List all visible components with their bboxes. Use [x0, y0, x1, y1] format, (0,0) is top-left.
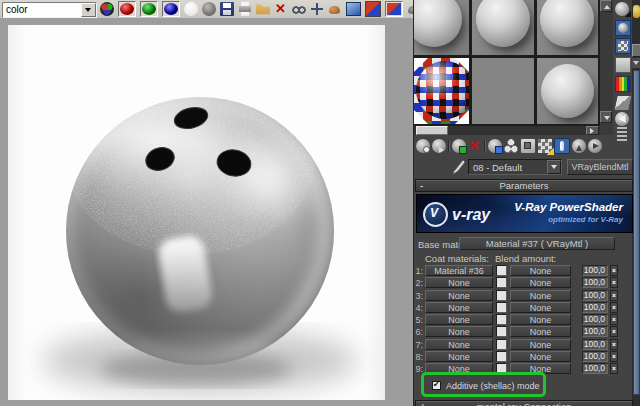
red-channel-icon[interactable]	[118, 1, 136, 17]
reset-material-icon[interactable]	[468, 139, 482, 153]
blend-map-button[interactable]: None	[510, 302, 571, 313]
blend-color-swatch[interactable]	[496, 351, 507, 362]
alpha-channel-icon[interactable]	[184, 2, 198, 16]
coat-material-button[interactable]: None	[425, 290, 493, 301]
parameters-rollout-header[interactable]: - Parameters	[415, 179, 633, 192]
coat-material-button[interactable]: None	[425, 339, 493, 350]
blend-amount-field[interactable]: 100,0	[582, 363, 608, 374]
scroll-down-icon[interactable]	[632, 58, 640, 68]
coat-material-button[interactable]: None	[425, 277, 493, 288]
scroll-up-icon[interactable]	[600, 0, 612, 12]
spinner-control[interactable]	[610, 302, 618, 313]
backlight-icon[interactable]	[615, 20, 631, 36]
make-copy-icon[interactable]	[488, 139, 502, 153]
scroll-down-icon[interactable]	[600, 111, 612, 123]
blend-color-swatch[interactable]	[496, 314, 507, 325]
select-by-material-icon[interactable]	[615, 112, 629, 126]
material-effects-channel-icon[interactable]	[520, 138, 536, 154]
mental-ray-rollout-header[interactable]: + mental ray Connection	[415, 400, 633, 406]
blend-color-swatch[interactable]	[496, 339, 507, 350]
make-preview-icon[interactable]	[613, 95, 632, 111]
go-to-parent-icon[interactable]	[572, 139, 586, 153]
render-teapot-orange-icon[interactable]	[328, 2, 342, 16]
ab-compare-icon[interactable]	[365, 1, 381, 17]
material-type-button[interactable]: VRayBlendMtl	[567, 159, 633, 175]
blend-amount-field[interactable]: 100,0	[582, 314, 608, 325]
scrollbar-button[interactable]	[632, 44, 640, 57]
sample-slot-active[interactable]	[414, 58, 469, 124]
video-color-check-icon[interactable]	[615, 76, 631, 92]
ab-compare-active-icon[interactable]	[385, 1, 403, 17]
blend-amount-field[interactable]: 100,0	[582, 302, 608, 313]
scroll-right-icon[interactable]	[586, 126, 599, 135]
spinner-control[interactable]	[610, 339, 618, 350]
material-map-navigator-icon[interactable]	[617, 127, 627, 141]
channel-dropdown[interactable]: color	[2, 2, 97, 18]
rgb-channels-icon[interactable]	[100, 2, 114, 16]
blue-channel-icon[interactable]	[162, 1, 180, 17]
spinner-control[interactable]	[610, 265, 618, 276]
coat-material-button[interactable]: None	[425, 302, 493, 313]
blend-color-swatch[interactable]	[496, 277, 507, 288]
monochrome-icon[interactable]	[202, 2, 216, 16]
pan-view-icon[interactable]	[310, 2, 324, 16]
show-end-result-icon[interactable]	[554, 138, 570, 154]
go-forward-sibling-icon[interactable]	[588, 139, 602, 153]
coat-material-button[interactable]: None	[425, 314, 493, 325]
additive-mode-checkbox[interactable]	[432, 381, 441, 390]
blend-color-swatch[interactable]	[496, 326, 507, 337]
material-name-dropdown[interactable]: 08 - Default	[468, 159, 562, 175]
blend-color-swatch[interactable]	[496, 290, 507, 301]
rollout-collapse-icon[interactable]: -	[420, 180, 423, 191]
coat-material-button[interactable]: Material #36	[425, 265, 493, 276]
put-to-scene-icon[interactable]	[432, 139, 446, 153]
blend-map-button[interactable]: None	[510, 290, 571, 301]
blend-amount-field[interactable]: 100,0	[582, 290, 608, 301]
sample-slot-6[interactable]	[537, 58, 598, 124]
chevron-down-icon[interactable]	[81, 3, 96, 17]
blend-amount-field[interactable]: 100,0	[582, 265, 608, 276]
coat-material-button[interactable]: None	[425, 351, 493, 362]
spinner-control[interactable]	[610, 351, 618, 362]
blend-amount-field[interactable]: 100,0	[582, 326, 608, 337]
blend-amount-field[interactable]: 100,0	[582, 277, 608, 288]
get-material-icon[interactable]	[416, 139, 430, 153]
pick-material-eyedropper-icon[interactable]	[450, 158, 466, 175]
spinner-control[interactable]	[610, 314, 618, 325]
spinner-control[interactable]	[610, 326, 618, 337]
print-image-icon[interactable]	[238, 2, 252, 16]
blend-color-swatch[interactable]	[496, 302, 507, 313]
sample-type-sphere-icon[interactable]	[615, 2, 629, 16]
slots-vertical-scrollbar[interactable]	[600, 0, 613, 135]
assign-to-selection-icon[interactable]	[452, 139, 466, 153]
sample-slot-3[interactable]	[537, 0, 598, 55]
blend-map-button[interactable]: None	[510, 351, 571, 362]
save-image-icon[interactable]	[220, 2, 234, 16]
pin-icon[interactable]	[633, 5, 640, 18]
put-to-library-icon[interactable]	[504, 139, 518, 153]
sample-slot-2[interactable]	[472, 0, 534, 55]
link-channels-icon[interactable]	[292, 2, 306, 16]
blend-map-button[interactable]: None	[510, 265, 571, 276]
chevron-down-icon[interactable]	[547, 160, 561, 174]
rollout-expand-icon[interactable]: +	[420, 401, 426, 406]
blend-amount-field[interactable]: 100,0	[582, 339, 608, 350]
blend-amount-field[interactable]: 100,0	[582, 351, 608, 362]
sample-uv-tiling-icon[interactable]	[615, 57, 631, 73]
coat-material-button[interactable]: None	[425, 326, 493, 337]
spinner-control[interactable]	[610, 277, 618, 288]
panel-scrollbar-thumb[interactable]	[633, 70, 640, 395]
show-map-in-viewport-icon[interactable]	[538, 139, 552, 153]
slots-horizontal-scroll-thumb[interactable]	[416, 126, 448, 135]
blend-color-swatch[interactable]	[496, 265, 507, 276]
spinner-control[interactable]	[610, 290, 618, 301]
base-material-button[interactable]: Material #37 ( VRayMtl )	[459, 237, 615, 250]
blend-map-button[interactable]: None	[510, 314, 571, 325]
blue-swatch-icon[interactable]	[346, 2, 361, 16]
sample-slot-1[interactable]	[414, 0, 469, 55]
delete-image-icon[interactable]	[274, 2, 288, 16]
sample-slot-5[interactable]	[472, 58, 534, 124]
background-checker-icon[interactable]	[615, 38, 631, 54]
open-file-icon[interactable]	[256, 2, 270, 16]
blend-map-button[interactable]: None	[510, 277, 571, 288]
